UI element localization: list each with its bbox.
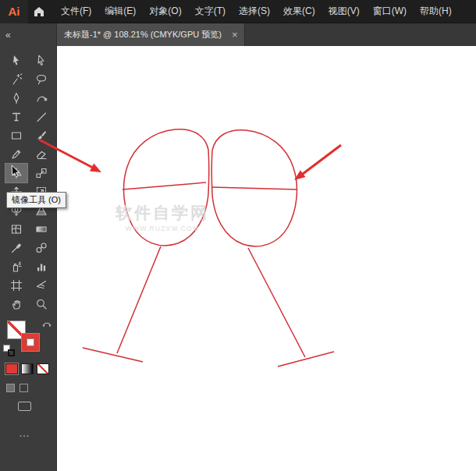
selection-tool[interactable] <box>5 51 27 70</box>
menu-item-8[interactable]: 帮助(H) <box>420 5 452 18</box>
zoom-tool[interactable] <box>30 295 52 313</box>
eraser-icon <box>35 148 48 161</box>
toolbar-tools <box>0 46 56 313</box>
tab-title: 未标题-1* @ 108.21% (CMYK/GPU 预览) <box>64 29 222 41</box>
magic-wand-icon <box>10 73 23 86</box>
panel-collapse-button[interactable]: « <box>0 23 57 46</box>
lasso-icon <box>35 73 48 86</box>
pencil-icon <box>10 148 23 161</box>
pencil-tool[interactable] <box>5 145 27 164</box>
pen-icon <box>10 92 23 104</box>
lasso-tool[interactable] <box>30 70 52 89</box>
menu-item-4[interactable]: 选择(S) <box>239 5 270 18</box>
tools-panel: … <box>0 46 57 471</box>
screen-mode-button[interactable] <box>0 402 57 411</box>
default-fill-stroke-icon[interactable] <box>3 345 16 357</box>
scale-tool[interactable] <box>30 164 52 182</box>
illustrator-window: Ai 文件(F)编辑(E)对象(O)文字(T)选择(S)效果(C)视图(V)窗口… <box>0 0 476 471</box>
none-button[interactable] <box>37 363 49 374</box>
screen-mode-icon <box>18 402 31 411</box>
rectangle-tool[interactable] <box>5 126 27 145</box>
column-graph-icon <box>35 260 48 273</box>
direct-selection-icon <box>35 55 48 67</box>
artboard-icon <box>10 279 23 292</box>
home-icon-glyph <box>34 6 44 17</box>
mesh-icon <box>10 223 23 236</box>
menu-item-2[interactable]: 对象(O) <box>149 5 181 18</box>
menu-item-0[interactable]: 文件(F) <box>61 5 91 18</box>
mouse-cursor-icon <box>11 165 23 178</box>
eyedropper-tool[interactable] <box>5 239 27 257</box>
paint-buttons <box>0 363 57 374</box>
slice-tool[interactable] <box>30 276 52 295</box>
type-tool[interactable] <box>5 108 27 126</box>
tooltip-text: 镜像工具 (O) <box>12 195 61 204</box>
direct-selection-tool[interactable] <box>30 51 52 70</box>
line-segment-tool[interactable] <box>30 108 52 126</box>
stroke-swatch-red[interactable] <box>21 333 40 352</box>
tab-close-icon[interactable]: × <box>232 30 238 40</box>
gradient-tool[interactable] <box>30 220 52 239</box>
pen-tool[interactable] <box>5 89 27 108</box>
hand-tool[interactable] <box>5 295 27 313</box>
menu-item-6[interactable]: 视图(V) <box>329 5 360 18</box>
draw-normal-mode-button[interactable] <box>6 384 15 392</box>
eyedropper-icon <box>10 242 23 254</box>
stroke-swatch-hole <box>27 338 34 346</box>
gradient-button[interactable] <box>21 363 34 374</box>
zoom-icon <box>35 298 48 310</box>
selection-icon <box>10 55 23 67</box>
swap-fill-stroke-icon[interactable] <box>41 319 52 330</box>
menu-item-1[interactable]: 编辑(E) <box>105 5 136 18</box>
color-button[interactable] <box>5 363 18 374</box>
curvature-tool[interactable] <box>30 89 52 108</box>
symbol-sprayer-tool[interactable] <box>5 257 27 276</box>
slice-icon <box>35 279 48 292</box>
swap-arrows-icon <box>41 319 52 330</box>
tab-strip: « 未标题-1* @ 108.21% (CMYK/GPU 预览) × <box>0 23 476 46</box>
fill-stroke-control <box>0 316 57 359</box>
blend-icon <box>35 242 48 254</box>
curvature-icon <box>35 92 48 104</box>
blend-tool[interactable] <box>30 239 52 257</box>
eraser-tool[interactable] <box>30 145 52 164</box>
scale-icon <box>35 167 48 179</box>
collapse-chevrons-icon: « <box>5 30 11 41</box>
tooltip: 镜像工具 (O) <box>6 192 66 208</box>
menu-item-7[interactable]: 窗口(W) <box>373 5 407 18</box>
rectangle-icon <box>10 129 23 142</box>
drawing-modes <box>0 384 57 392</box>
app-logo[interactable]: Ai <box>0 0 28 23</box>
symbol-sprayer-icon <box>10 260 23 273</box>
column-graph-tool[interactable] <box>30 257 52 276</box>
canvas[interactable] <box>57 46 476 471</box>
document-tab[interactable]: 未标题-1* @ 108.21% (CMYK/GPU 预览) × <box>57 23 245 46</box>
more-tools-button[interactable]: … <box>0 427 57 439</box>
magic-wand-tool[interactable] <box>5 70 27 89</box>
type-icon <box>10 111 23 123</box>
menu-item-5[interactable]: 效果(C) <box>283 5 315 18</box>
menu-item-3[interactable]: 文字(T) <box>195 5 226 18</box>
default-stroke-square <box>8 349 15 356</box>
draw-behind-mode-button[interactable] <box>20 384 28 392</box>
paintbrush-icon <box>35 129 48 142</box>
paintbrush-tool[interactable] <box>30 126 52 145</box>
line-segment-icon <box>35 111 48 123</box>
artboard-tool[interactable] <box>5 276 27 295</box>
home-icon[interactable] <box>28 0 50 23</box>
menu-items: 文件(F)编辑(E)对象(O)文字(T)选择(S)效果(C)视图(V)窗口(W)… <box>61 5 452 18</box>
hand-icon <box>10 298 23 310</box>
mesh-tool[interactable] <box>5 220 27 239</box>
gradient-icon <box>35 223 48 236</box>
menubar: Ai 文件(F)编辑(E)对象(O)文字(T)选择(S)效果(C)视图(V)窗口… <box>0 0 476 23</box>
